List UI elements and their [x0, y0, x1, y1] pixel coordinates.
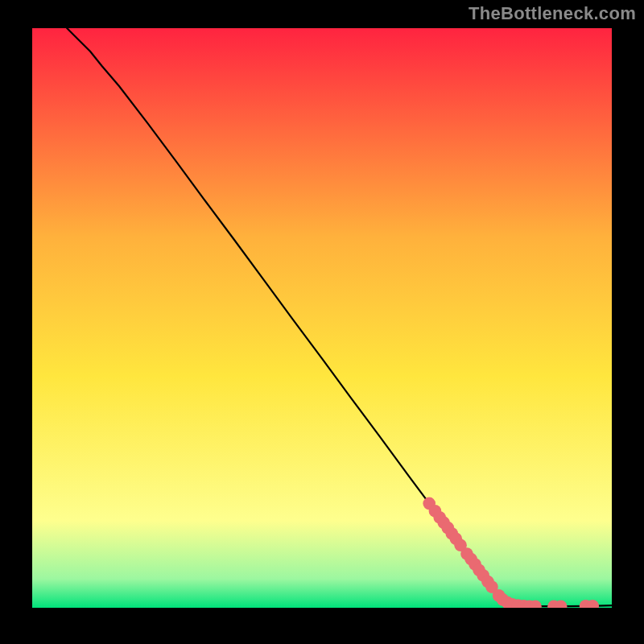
attribution-label: TheBottleneck.com [469, 3, 636, 24]
chart-frame: TheBottleneck.com [0, 0, 644, 644]
gradient-panel [32, 28, 612, 608]
chart-svg [32, 28, 612, 608]
chart-canvas [32, 28, 612, 608]
